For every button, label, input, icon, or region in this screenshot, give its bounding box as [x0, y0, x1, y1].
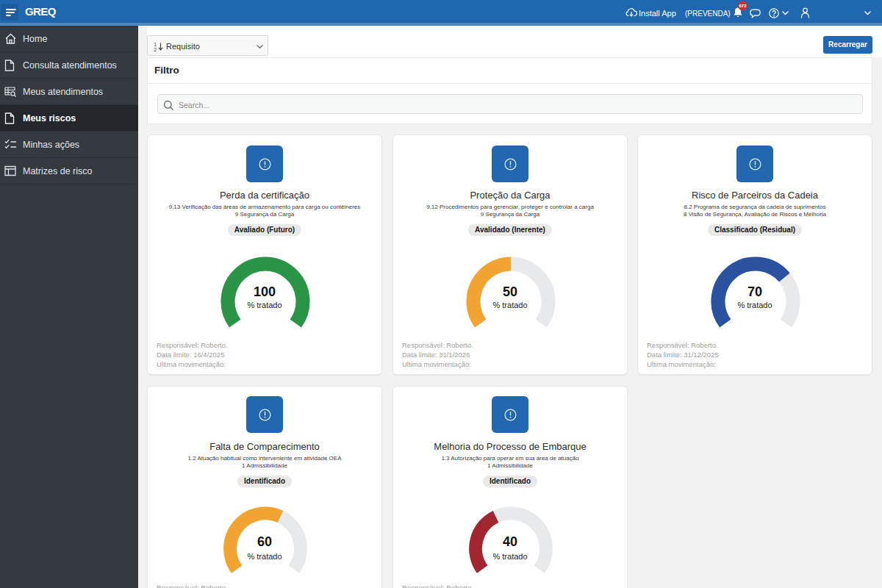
svg-text:2: 2	[154, 47, 157, 52]
svg-text:1: 1	[154, 42, 157, 47]
